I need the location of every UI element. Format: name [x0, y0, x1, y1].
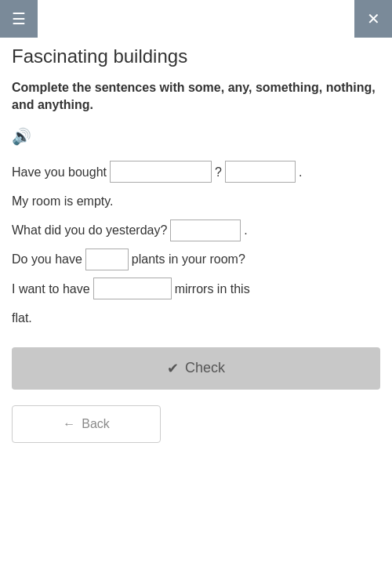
sentence-4-cont: flat. [12, 304, 380, 332]
close-icon: ✕ [367, 9, 380, 28]
menu-button[interactable]: ☰ [0, 0, 38, 38]
main-content: Complete the sentences with some, any, s… [0, 79, 392, 455]
back-arrow-icon: ← [63, 417, 75, 431]
sentence-3-text-2: plants in your room? [132, 245, 245, 273]
instruction-text: Complete the sentences with some, any, s… [12, 79, 380, 114]
back-button[interactable]: ← Back [12, 405, 161, 443]
sentence-1-period: . [299, 158, 302, 186]
sentences-area: Have you bought ? . My room is empty. Wh… [12, 158, 380, 332]
sentence-1-input-1[interactable] [110, 161, 212, 183]
back-button-label: Back [82, 417, 110, 431]
sentence-4-text-2: mirrors in this [175, 275, 250, 303]
sentence-4-text-1: I want to have [12, 275, 90, 303]
sentence-3-input-1[interactable] [85, 249, 129, 270]
check-button-label: Check [185, 360, 225, 376]
audio-button[interactable]: 🔊 [12, 124, 31, 149]
top-bar: ☰ ✕ [0, 0, 392, 38]
sentence-4-input-1[interactable] [93, 278, 172, 299]
sentence-1-input-2[interactable] [225, 161, 296, 183]
sentence-2: What did you do yesterday? . [12, 216, 380, 244]
sentence-4: I want to have mirrors in this [12, 275, 380, 303]
sentence-2-period: . [244, 216, 247, 244]
sentence-3-text-1: Do you have [12, 245, 82, 273]
check-icon: ✔ [167, 360, 179, 377]
sentence-2-input-1[interactable] [170, 220, 241, 241]
speaker-icon: 🔊 [12, 127, 31, 146]
sentence-1-text-1: Have you bought [12, 158, 107, 186]
sentence-4-text-3: flat. [12, 304, 32, 332]
sentence-1b: My room is empty. [12, 187, 380, 215]
sentence-2-text: What did you do yesterday? [12, 216, 167, 244]
sentence-1-punctuation-1: ? [215, 158, 222, 186]
sentence-1b-text: My room is empty. [12, 187, 114, 215]
page-title: Fascinating buildings [0, 38, 392, 79]
menu-icon: ☰ [12, 9, 26, 28]
sentence-1: Have you bought ? . [12, 158, 380, 186]
close-button[interactable]: ✕ [354, 0, 392, 38]
sentence-3: Do you have plants in your room? [12, 245, 380, 273]
check-button[interactable]: ✔ Check [12, 347, 380, 390]
